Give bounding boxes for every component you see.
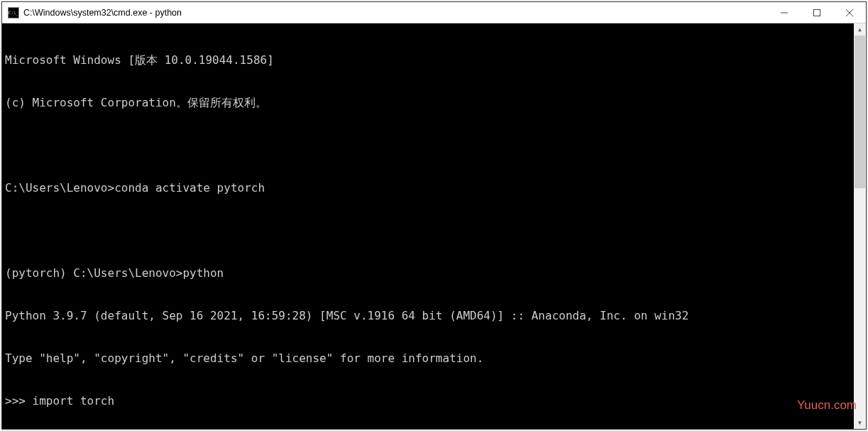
scroll-up-button[interactable]: ▲	[854, 23, 866, 36]
cmd-window: C:\Windows\system32\cmd.exe - python Mic…	[1, 1, 867, 430]
terminal-line	[5, 138, 863, 153]
minimize-button[interactable]	[768, 2, 801, 23]
terminal-line: Type "help", "copyright", "credits" or "…	[5, 351, 863, 366]
close-button[interactable]	[833, 2, 866, 23]
terminal-line: (c) Microsoft Corporation。保留所有权利。	[5, 96, 863, 110]
terminal-line: Python 3.9.7 (default, Sep 16 2021, 16:5…	[5, 309, 863, 323]
maximize-button[interactable]	[801, 2, 833, 23]
terminal-line	[5, 224, 863, 238]
scrollbar-track[interactable]	[854, 36, 866, 417]
terminal-line: C:\Users\Lenovo>conda activate pytorch	[5, 181, 863, 195]
titlebar[interactable]: C:\Windows\system32\cmd.exe - python	[2, 2, 866, 23]
cmd-icon	[8, 7, 19, 18]
terminal-line: (pytorch) C:\Users\Lenovo>python	[5, 266, 863, 280]
watermark-text: Yuucn.com	[797, 398, 857, 413]
window-controls	[768, 2, 866, 23]
svg-rect-1	[814, 9, 820, 16]
terminal-line: >>> import torch	[5, 394, 863, 408]
terminal-line: Microsoft Windows [版本 10.0.19044.1586]	[5, 53, 863, 67]
scroll-down-button[interactable]: ▼	[854, 417, 866, 429]
window-title: C:\Windows\system32\cmd.exe - python	[23, 8, 768, 18]
scrollbar-thumb[interactable]	[855, 36, 865, 188]
vertical-scrollbar[interactable]: ▲ ▼	[854, 23, 866, 429]
terminal-area[interactable]: Microsoft Windows [版本 10.0.19044.1586] (…	[2, 23, 866, 429]
